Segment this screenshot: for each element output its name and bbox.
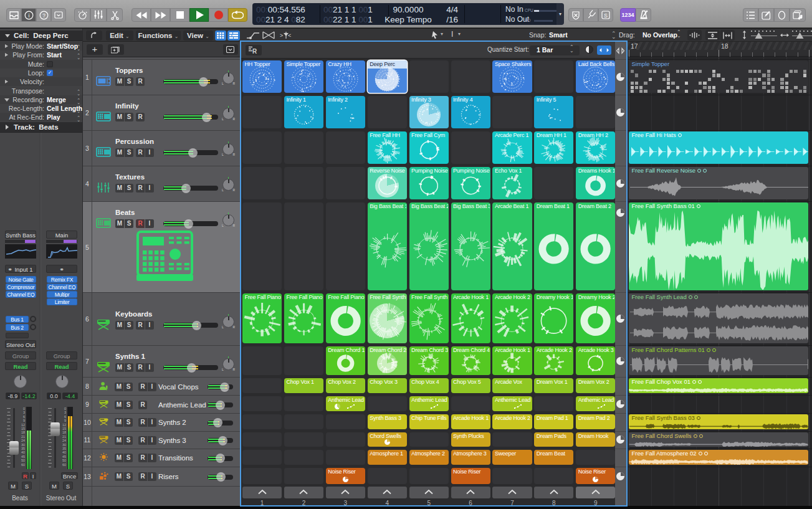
- svg-text:<: <: [288, 32, 291, 39]
- svg-text:?: ?: [42, 12, 45, 18]
- svg-text:R: R: [252, 48, 257, 54]
- svg-text:i: i: [28, 12, 29, 19]
- svg-text:>: >: [280, 32, 283, 39]
- svg-text:S: S: [604, 12, 608, 19]
